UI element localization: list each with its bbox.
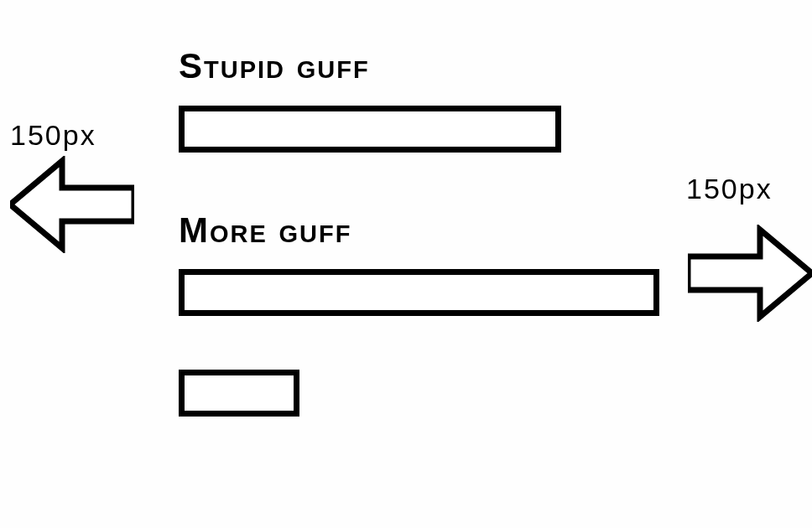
- arrow-right-icon: [688, 225, 812, 325]
- right-dimension-label: 150px: [686, 173, 773, 205]
- box-1: [179, 106, 561, 153]
- arrow-left-icon: [10, 156, 134, 256]
- box-2: [179, 269, 659, 316]
- heading-stupid-guff: Stupid guff: [179, 46, 370, 86]
- heading-more-guff: More guff: [179, 210, 351, 251]
- box-3: [179, 370, 299, 417]
- svg-marker-0: [10, 161, 134, 248]
- svg-marker-1: [688, 230, 812, 317]
- left-dimension-label: 150px: [10, 119, 96, 152]
